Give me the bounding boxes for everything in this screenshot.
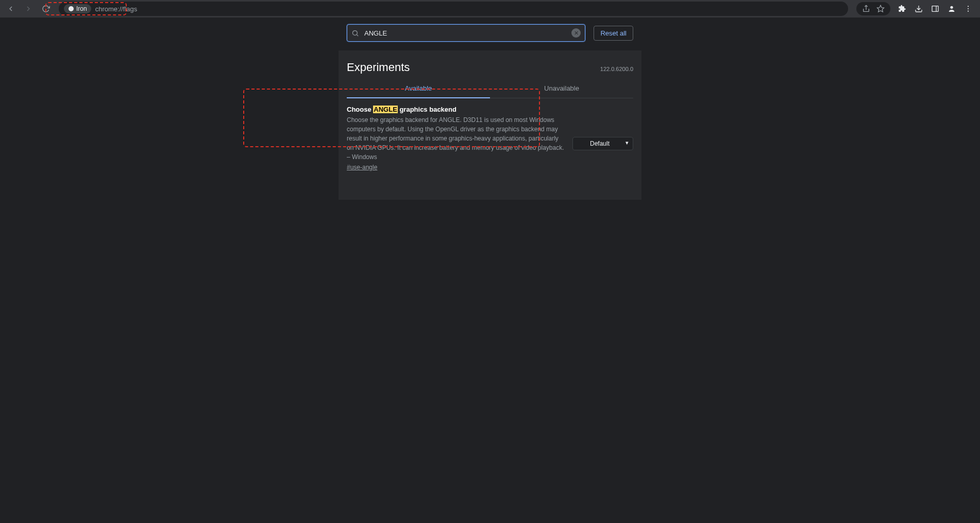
omnibox-actions bbox=[856, 2, 890, 15]
page-title: Experiments bbox=[347, 61, 410, 74]
flag-row: Choose ANGLE graphics backend Choose the… bbox=[347, 98, 633, 177]
share-icon[interactable] bbox=[861, 4, 871, 13]
svg-point-9 bbox=[968, 11, 969, 12]
page: ✕ Reset all Experiments 122.0.6200.0 Ava… bbox=[0, 18, 980, 523]
url-text: chrome://flags bbox=[95, 5, 138, 13]
svg-point-0 bbox=[69, 6, 74, 11]
svg-marker-2 bbox=[877, 5, 884, 12]
flag-anchor-link[interactable]: #use-angle bbox=[347, 164, 377, 171]
svg-point-6 bbox=[950, 6, 953, 9]
forward-button[interactable] bbox=[22, 2, 35, 15]
extensions-icon[interactable] bbox=[898, 4, 907, 13]
search-input[interactable] bbox=[364, 29, 566, 37]
download-icon[interactable] bbox=[914, 4, 923, 13]
flag-control: Default bbox=[572, 106, 633, 171]
flag-title-pre: Choose bbox=[347, 106, 373, 113]
flag-title-highlight: ANGLE bbox=[373, 106, 398, 113]
flag-title: Choose ANGLE graphics backend bbox=[347, 106, 564, 113]
flag-description: Choose the graphics backend for ANGLE. D… bbox=[347, 115, 564, 162]
toolbar-right bbox=[856, 2, 976, 15]
sidepanel-icon[interactable] bbox=[931, 4, 940, 13]
profile-icon[interactable] bbox=[947, 4, 956, 13]
card-header: Experiments 122.0.6200.0 bbox=[347, 59, 633, 79]
flag-title-post: graphics backend bbox=[398, 106, 457, 113]
search-icon bbox=[351, 29, 359, 37]
svg-line-11 bbox=[357, 34, 358, 36]
svg-point-8 bbox=[968, 8, 969, 9]
flag-info: Choose ANGLE graphics backend Choose the… bbox=[347, 106, 564, 171]
browser-toolbar: Iron chrome://flags bbox=[0, 0, 980, 18]
version-label: 122.0.6200.0 bbox=[600, 66, 633, 72]
experiments-card: Experiments 122.0.6200.0 Available Unava… bbox=[339, 50, 641, 200]
search-row: ✕ Reset all bbox=[339, 21, 641, 45]
bookmark-star-icon[interactable] bbox=[876, 4, 885, 13]
svg-point-10 bbox=[353, 30, 358, 35]
svg-rect-4 bbox=[932, 6, 938, 12]
reload-button[interactable] bbox=[39, 2, 53, 15]
reset-all-button[interactable]: Reset all bbox=[594, 26, 633, 41]
tabs: Available Unavailable bbox=[347, 79, 633, 98]
clear-search-icon[interactable]: ✕ bbox=[571, 28, 581, 38]
back-button[interactable] bbox=[4, 2, 18, 15]
tab-available[interactable]: Available bbox=[347, 79, 490, 98]
flag-dropdown[interactable]: Default bbox=[572, 137, 633, 150]
iron-icon bbox=[68, 6, 74, 12]
site-chip-label: Iron bbox=[76, 5, 87, 12]
tab-unavailable[interactable]: Unavailable bbox=[490, 79, 633, 98]
menu-dots-icon[interactable] bbox=[964, 4, 973, 13]
svg-point-7 bbox=[968, 6, 969, 7]
site-chip: Iron bbox=[64, 4, 91, 13]
address-bar[interactable]: Iron chrome://flags bbox=[59, 2, 848, 16]
search-box[interactable]: ✕ bbox=[347, 24, 585, 42]
content-column: ✕ Reset all Experiments 122.0.6200.0 Ava… bbox=[339, 21, 641, 523]
